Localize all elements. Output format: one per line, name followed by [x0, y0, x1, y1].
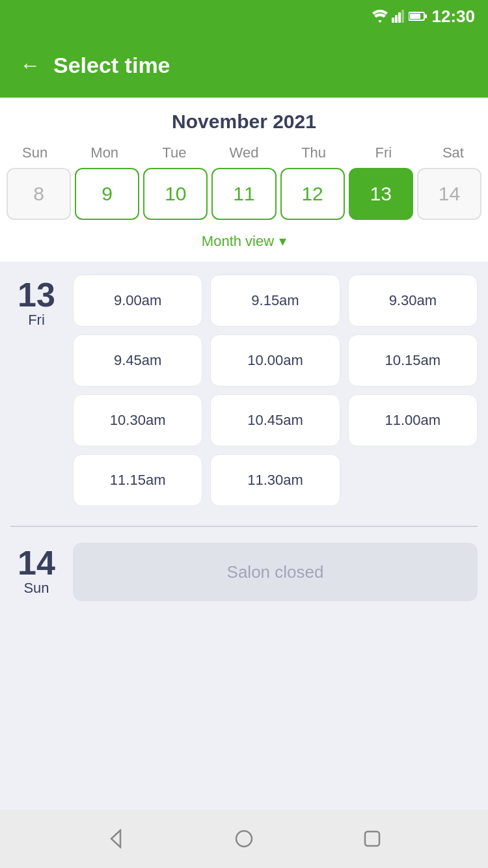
cal-day-12[interactable]: 12 [280, 168, 345, 220]
day-name-sun: Sun [23, 580, 49, 597]
back-nav-icon [106, 829, 126, 848]
day-header-fri: Fri [349, 144, 418, 161]
day-header-wed: Wed [209, 144, 278, 161]
svg-rect-6 [410, 14, 420, 19]
svg-rect-1 [395, 15, 398, 23]
status-bar: 12:30 [0, 0, 488, 33]
time-slot-930am[interactable]: 9.30am [348, 275, 478, 327]
day-number-13: 13 [18, 278, 55, 312]
month-view-toggle[interactable]: Month view ▾ [0, 225, 488, 255]
day-block-14: 14 Sun Salon closed [10, 543, 478, 601]
svg-rect-9 [365, 832, 379, 846]
time-slot-1015am[interactable]: 10.15am [348, 334, 478, 387]
time-section: 13 Fri 9.00am 9.15am 9.30am 9.45am 10.00… [0, 262, 488, 809]
day-headers: Sun Mon Tue Wed Thu Fri Sat [0, 144, 488, 161]
time-slot-1045am[interactable]: 10.45am [210, 394, 340, 446]
recents-nav-button[interactable] [360, 827, 384, 850]
svg-point-8 [236, 831, 252, 847]
day-header-mon: Mon [70, 144, 139, 161]
cal-day-9[interactable]: 9 [75, 168, 139, 220]
day-header-thu: Thu [279, 144, 349, 161]
calendar-section: November 2021 Sun Mon Tue Wed Thu Fri Sa… [0, 98, 488, 262]
day-header-tue: Tue [139, 144, 209, 161]
time-slot-900am[interactable]: 9.00am [73, 275, 202, 327]
chevron-down-icon: ▾ [279, 233, 286, 250]
svg-marker-7 [111, 830, 120, 847]
day-label-14: 14 Sun [10, 543, 62, 601]
app-header: ← Select time [0, 33, 488, 98]
month-view-label: Month view [202, 233, 274, 250]
day-header-sun: Sun [0, 144, 70, 161]
back-nav-button[interactable] [104, 827, 128, 850]
cal-day-10[interactable]: 10 [143, 168, 208, 220]
svg-rect-2 [398, 12, 401, 23]
back-button[interactable]: ← [20, 55, 40, 75]
svg-rect-5 [425, 14, 427, 18]
nav-bar [0, 809, 488, 868]
time-slot-1100am[interactable]: 11.00am [348, 394, 478, 446]
day-name-fri: Fri [28, 312, 45, 329]
cal-day-14[interactable]: 14 [417, 168, 481, 220]
svg-rect-3 [401, 10, 404, 23]
cal-day-8[interactable]: 8 [7, 168, 71, 220]
month-title: November 2021 [0, 111, 488, 133]
day-block-13: 13 Fri 9.00am 9.15am 9.30am 9.45am 10.00… [10, 275, 478, 506]
section-divider [10, 526, 478, 527]
cal-day-11[interactable]: 11 [211, 168, 276, 220]
calendar-week: 8 9 10 11 12 13 14 [0, 168, 488, 220]
time-slot-1000am[interactable]: 10.00am [210, 334, 340, 387]
time-slot-915am[interactable]: 9.15am [210, 275, 340, 327]
time-slots-grid-13: 9.00am 9.15am 9.30am 9.45am 10.00am 10.1… [73, 275, 478, 506]
status-icons [372, 10, 427, 23]
time-slot-945am[interactable]: 9.45am [73, 334, 202, 387]
time-slot-1030am[interactable]: 10.30am [73, 394, 202, 446]
home-nav-button[interactable] [232, 827, 256, 850]
time-slot-1115am[interactable]: 11.15am [73, 454, 202, 506]
wifi-icon [372, 10, 388, 23]
status-time: 12:30 [432, 7, 476, 27]
cal-day-13[interactable]: 13 [349, 168, 413, 220]
page-title: Select time [53, 53, 170, 78]
home-nav-icon [234, 829, 254, 848]
time-slot-1130am[interactable]: 11.30am [210, 454, 340, 506]
day-header-sat: Sat [418, 144, 488, 161]
signal-icon [392, 10, 405, 23]
battery-icon [409, 11, 427, 21]
day-number-14: 14 [18, 546, 55, 580]
svg-rect-0 [392, 18, 394, 23]
salon-closed-message: Salon closed [73, 543, 478, 601]
day-label-13: 13 Fri [10, 275, 62, 506]
recents-nav-icon [362, 829, 382, 848]
